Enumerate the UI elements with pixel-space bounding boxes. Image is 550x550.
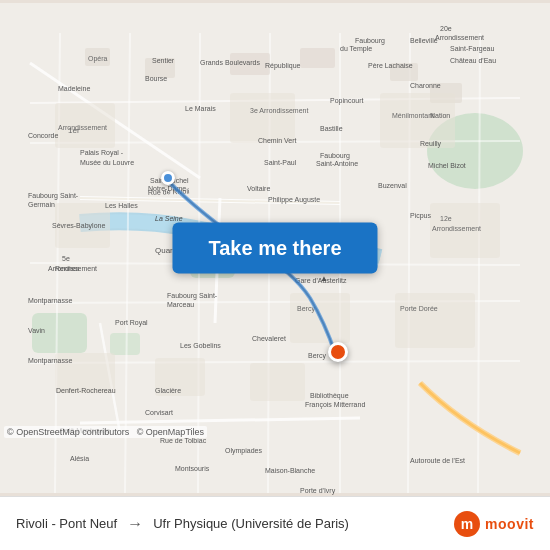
svg-text:Bourse: Bourse <box>145 75 167 82</box>
moovit-logo: m moovit <box>453 510 534 538</box>
svg-text:Concorde: Concorde <box>28 132 58 139</box>
app: 1er Arrondissement 3e Arrondissement Mén… <box>0 0 550 550</box>
svg-text:3e Arrondissement: 3e Arrondissement <box>250 107 308 114</box>
svg-text:Arrondissement: Arrondissement <box>432 225 481 232</box>
svg-text:Michel Bizot: Michel Bizot <box>428 162 466 169</box>
svg-text:Germain: Germain <box>28 201 55 208</box>
svg-text:Faubourg: Faubourg <box>355 37 385 45</box>
svg-text:Buzenval: Buzenval <box>378 182 407 189</box>
svg-text:La Seine: La Seine <box>155 215 183 222</box>
svg-rect-3 <box>110 333 140 355</box>
svg-text:République: République <box>265 62 301 70</box>
svg-text:Chevaleret: Chevaleret <box>252 335 286 342</box>
svg-text:Arrondissement: Arrondissement <box>435 34 484 41</box>
svg-text:Voltaire: Voltaire <box>247 185 270 192</box>
moovit-text: moovit <box>485 516 534 532</box>
svg-text:Grands Boulevards: Grands Boulevards <box>200 59 260 66</box>
svg-rect-31 <box>380 93 455 148</box>
svg-text:Vavin: Vavin <box>28 327 45 334</box>
svg-text:Les Halles: Les Halles <box>105 202 138 209</box>
svg-text:Maison-Blanche: Maison-Blanche <box>265 467 315 474</box>
svg-text:Ménilmontant: Ménilmontant <box>392 112 434 119</box>
svg-text:Bastille: Bastille <box>320 125 343 132</box>
svg-text:12e: 12e <box>440 215 452 222</box>
svg-text:Port Royal: Port Royal <box>115 319 148 327</box>
svg-text:Montparnasse: Montparnasse <box>28 357 72 365</box>
svg-text:Autoroute de l'Est: Autoroute de l'Est <box>410 457 465 464</box>
svg-text:du Temple: du Temple <box>340 45 372 53</box>
svg-text:Bibliothèque: Bibliothèque <box>310 392 349 400</box>
svg-text:Madeleine: Madeleine <box>58 85 90 92</box>
svg-text:Saint-Fargeau: Saint-Fargeau <box>450 45 494 53</box>
svg-rect-30 <box>230 93 295 143</box>
svg-text:Glacière: Glacière <box>155 387 181 394</box>
destination-label: Ufr Physique (Université de Paris) <box>153 516 349 531</box>
svg-text:Faubourg Saint-: Faubourg Saint- <box>28 192 79 200</box>
svg-text:Montparnasse: Montparnasse <box>28 297 72 305</box>
svg-text:Musée du Louvre: Musée du Louvre <box>80 159 134 166</box>
map-attribution: © OpenStreetMap contributors © OpenMapTi… <box>4 426 207 438</box>
svg-text:Saint-Antoine: Saint-Antoine <box>316 160 358 167</box>
svg-text:Palais Royal -: Palais Royal - <box>80 149 124 157</box>
svg-rect-26 <box>300 48 335 68</box>
svg-text:François Mitterrand: François Mitterrand <box>305 401 365 409</box>
svg-text:Denfert-Rochereau: Denfert-Rochereau <box>56 387 116 394</box>
svg-text:Philippe Auguste: Philippe Auguste <box>268 196 320 204</box>
svg-text:Rennes: Rennes <box>55 265 80 272</box>
svg-text:20e: 20e <box>440 25 452 32</box>
svg-text:Popincourt: Popincourt <box>330 97 364 105</box>
svg-text:Chemin Vert: Chemin Vert <box>258 137 297 144</box>
svg-text:Picpus: Picpus <box>410 212 432 220</box>
svg-text:Porte d'Ivry: Porte d'Ivry <box>300 487 336 495</box>
svg-text:Sèvres-Babylone: Sèvres-Babylone <box>52 222 105 230</box>
map-container: 1er Arrondissement 3e Arrondissement Mén… <box>0 0 550 496</box>
svg-text:5e: 5e <box>62 255 70 262</box>
svg-text:Faubourg: Faubourg <box>320 152 350 160</box>
svg-text:Alésia: Alésia <box>70 455 89 462</box>
moovit-icon: m <box>453 510 481 538</box>
svg-text:Bercy: Bercy <box>308 352 326 360</box>
svg-text:Sentier: Sentier <box>152 57 175 64</box>
svg-text:Olympiades: Olympiades <box>225 447 262 455</box>
origin-marker <box>161 171 175 185</box>
svg-text:Opéra: Opéra <box>88 55 108 63</box>
svg-text:Belleville: Belleville <box>410 37 438 44</box>
svg-text:Château d'Eau: Château d'Eau <box>450 57 496 64</box>
svg-text:m: m <box>461 516 473 532</box>
svg-text:Marceau: Marceau <box>167 301 194 308</box>
origin-label: Rivoli - Pont Neuf <box>16 516 117 531</box>
svg-text:Faubourg Saint-: Faubourg Saint- <box>167 292 218 300</box>
svg-text:Corvisart: Corvisart <box>145 409 173 416</box>
arrow-icon: → <box>127 515 143 533</box>
svg-text:Charonne: Charonne <box>410 82 441 89</box>
svg-rect-35 <box>395 293 475 348</box>
take-me-there-button[interactable]: Take me there <box>172 223 377 274</box>
svg-text:Saint-Paul: Saint-Paul <box>264 159 297 166</box>
svg-text:Reuilly: Reuilly <box>420 140 442 148</box>
svg-text:Arrondissement: Arrondissement <box>58 124 107 131</box>
svg-text:Rue de Tolbiac: Rue de Tolbiac <box>160 437 207 444</box>
svg-rect-38 <box>250 363 305 401</box>
bottom-bar: Rivoli - Pont Neuf → Ufr Physique (Unive… <box>0 496 550 550</box>
svg-text:Les Gobelins: Les Gobelins <box>180 342 221 349</box>
svg-text:Père Lachaise: Père Lachaise <box>368 62 413 69</box>
svg-text:Le Marais: Le Marais <box>185 105 216 112</box>
svg-text:▲: ▲ <box>320 274 328 283</box>
svg-text:Montsouris: Montsouris <box>175 465 210 472</box>
svg-text:Porte Dorée: Porte Dorée <box>400 305 438 312</box>
destination-marker <box>328 342 348 362</box>
svg-text:Nation: Nation <box>430 112 450 119</box>
